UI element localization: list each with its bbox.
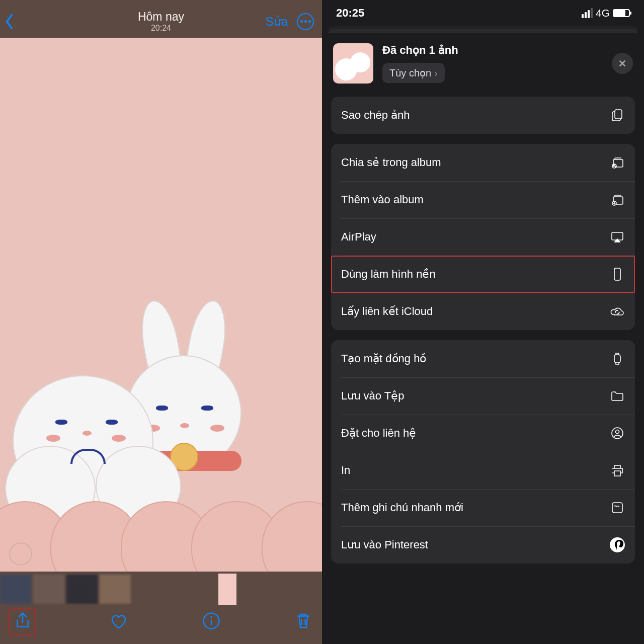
close-button[interactable] <box>612 53 633 74</box>
share-sheet: Đã chọn 1 ảnh Tùy chọn › Sao chép ảnh <box>323 33 643 644</box>
more-button[interactable] <box>297 13 314 30</box>
svg-rect-11 <box>614 355 620 363</box>
status-time: 20:25 <box>336 7 364 20</box>
icloud-link-icon <box>610 304 625 319</box>
options-label: Tùy chọn <box>389 67 431 79</box>
sheet-title: Đã chọn 1 ảnh <box>382 44 458 57</box>
thumbnail-strip[interactable] <box>0 572 322 607</box>
watch-icon <box>610 351 625 366</box>
svg-rect-3 <box>615 110 622 119</box>
action-print[interactable]: In <box>331 452 635 489</box>
actions-list[interactable]: Sao chép ảnh Chia sẻ trong album Thêm và… <box>323 95 643 644</box>
photo-preview[interactable] <box>0 38 322 572</box>
thumbnail-selected[interactable] <box>218 574 236 605</box>
status-bar: 20:25 4G <box>322 0 644 24</box>
action-new-quicknote[interactable]: Thêm ghi chú nhanh mới <box>331 489 635 526</box>
sheet-stack-icon <box>322 24 644 33</box>
add-album-icon <box>610 192 625 207</box>
folder-icon <box>610 388 625 404</box>
action-group: Tạo mặt đồng hồ Lưu vào Tệp Đặt cho liên… <box>331 340 635 564</box>
left-header: Hôm nay 20:24 Sửa <box>0 0 322 38</box>
svg-rect-10 <box>614 268 620 280</box>
edit-button[interactable]: Sửa <box>266 15 288 29</box>
bottom-toolbar <box>0 607 322 644</box>
printer-icon <box>610 463 625 478</box>
options-button[interactable]: Tùy chọn › <box>382 63 445 83</box>
sheet-thumbnail <box>333 43 373 84</box>
action-add-album[interactable]: Thêm vào album <box>331 181 635 218</box>
action-airplay[interactable]: AirPlay <box>331 218 635 256</box>
action-group: Sao chép ảnh <box>331 97 635 134</box>
action-save-pinterest[interactable]: Lưu vào Pinterest <box>331 526 635 564</box>
contact-icon <box>610 426 625 441</box>
action-save-to-files[interactable]: Lưu vào Tệp <box>331 377 635 415</box>
svg-point-13 <box>616 430 619 434</box>
copy-icon <box>610 108 625 123</box>
watermark-icon <box>9 542 32 566</box>
back-button[interactable] <box>5 14 20 30</box>
airplay-icon <box>610 229 625 245</box>
chevron-right-icon: › <box>434 67 438 79</box>
pinterest-icon <box>610 537 625 552</box>
share-sheet-screen: 20:25 4G Đã chọn 1 ảnh Tùy chọn › <box>322 0 644 644</box>
action-use-as-wallpaper[interactable]: Dùng làm hình nền <box>331 256 635 293</box>
action-group: Chia sẻ trong album Thêm vào album AirPl… <box>331 144 635 330</box>
info-button[interactable] <box>202 611 221 632</box>
svg-rect-14 <box>612 503 622 513</box>
action-create-watchface[interactable]: Tạo mặt đồng hồ <box>331 340 635 377</box>
signal-icon <box>582 8 593 18</box>
share-button[interactable] <box>9 608 36 635</box>
delete-button[interactable] <box>294 611 313 632</box>
shared-album-icon <box>610 155 625 170</box>
action-assign-contact[interactable]: Đặt cho liên hệ <box>331 415 635 452</box>
favorite-button[interactable] <box>109 611 128 632</box>
sheet-header: Đã chọn 1 ảnh Tùy chọn › <box>323 33 643 95</box>
photos-detail-screen: Hôm nay 20:24 Sửa <box>0 0 322 644</box>
quicknote-icon <box>610 500 625 515</box>
phone-icon <box>610 267 625 282</box>
action-icloud-link[interactable]: Lấy liên kết iCloud <box>331 293 635 330</box>
action-share-album[interactable]: Chia sẻ trong album <box>331 144 635 181</box>
action-copy-photo[interactable]: Sao chép ảnh <box>331 97 635 134</box>
battery-icon <box>613 9 630 17</box>
svg-point-2 <box>211 617 211 617</box>
network-label: 4G <box>596 7 610 19</box>
